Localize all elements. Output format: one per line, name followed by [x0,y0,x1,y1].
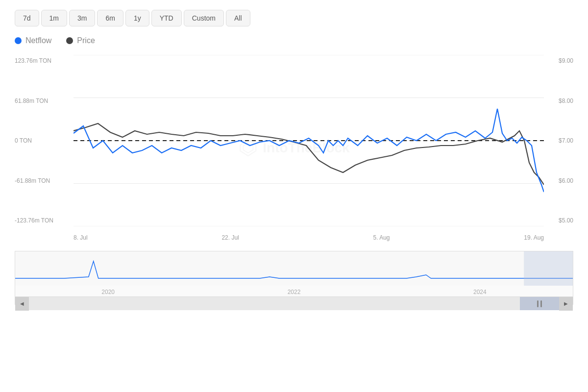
y-right-1: $8.00 [544,98,573,104]
time-btn-1y[interactable]: 1y [125,10,149,26]
time-btn-1m[interactable]: 1m [41,10,67,26]
chart-legend: Netflow Price [0,31,588,50]
price-dot [66,37,73,44]
scroll-handle-left [537,300,539,307]
main-chart-svg[interactable] [74,55,544,226]
time-range-bar: 7d 1m 3m 6m 1y YTD Custom All [0,0,588,31]
y-left-0: 123.76m TON [15,57,74,64]
time-btn-all[interactable]: All [226,10,250,26]
y-axis-right: $9.00 $8.00 $7.00 $6.00 $5.00 [544,55,573,226]
y-left-3: -61.88m TON [15,177,74,184]
main-chart-area: IntoTheBlock 123.76m TON 61.88m TON 0 TO… [15,55,573,241]
nav-label-2022: 2022 [288,289,301,295]
navigator-area[interactable]: 2020 2022 2024 ◀ ▶ [15,251,573,305]
navigator-svg[interactable] [15,251,573,286]
netflow-dot [15,37,22,44]
y-axis-left: 123.76m TON 61.88m TON 0 TON -61.88m TON… [15,55,74,226]
legend-price: Price [66,36,95,45]
scroll-handle-right [540,300,542,307]
scrollbar: ◀ ▶ [15,296,573,310]
y-left-2: 0 TON [15,137,74,144]
time-btn-7d[interactable]: 7d [15,10,39,26]
time-btn-ytd[interactable]: YTD [151,10,182,26]
y-right-2: $7.00 [544,137,573,144]
svg-rect-6 [15,251,573,286]
x-label-2: 5. Aug [373,234,390,241]
nav-label-2024: 2024 [473,289,487,295]
time-btn-custom[interactable]: Custom [184,10,224,26]
nav-label-2020: 2020 [101,289,115,295]
y-right-3: $6.00 [544,177,573,184]
y-left-4: -123.76m TON [15,217,74,224]
scroll-right-button[interactable]: ▶ [559,297,573,311]
price-label: Price [77,36,95,45]
x-axis-labels: 8. Jul 22. Jul 5. Aug 19. Aug [74,234,544,241]
navigator-labels: 2020 2022 2024 [15,288,573,296]
x-label-0: 8. Jul [74,234,88,241]
time-btn-6m[interactable]: 6m [97,10,123,26]
scroll-left-button[interactable]: ◀ [15,297,29,311]
scroll-track[interactable] [29,297,559,310]
time-btn-3m[interactable]: 3m [69,10,95,26]
svg-rect-7 [524,251,573,286]
scroll-thumb[interactable] [520,297,559,310]
x-label-1: 22. Jul [221,234,239,241]
y-right-0: $9.00 [544,57,573,64]
y-right-4: $5.00 [544,217,573,224]
y-left-1: 61.88m TON [15,98,74,104]
netflow-label: Netflow [25,36,51,45]
x-label-3: 19. Aug [524,234,544,241]
legend-netflow: Netflow [15,36,51,45]
